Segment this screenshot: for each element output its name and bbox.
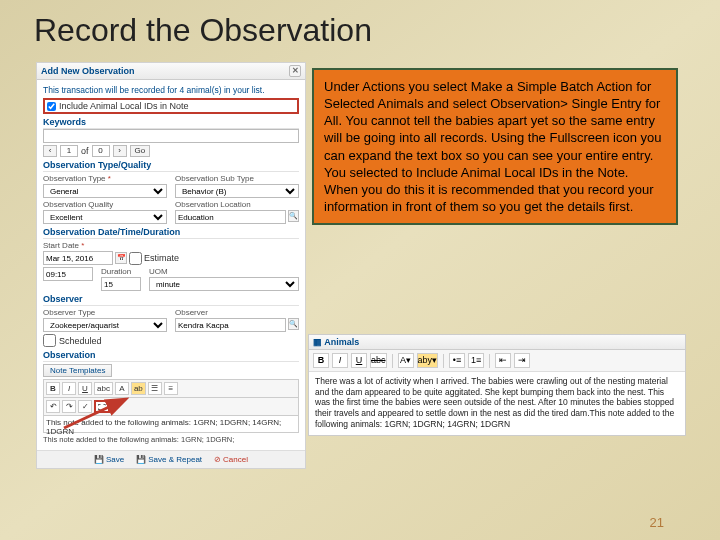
calendar-icon[interactable]: 📅 [115,252,127,264]
pager-next-icon[interactable]: › [113,145,127,157]
italic-icon[interactable]: I [62,382,76,395]
fullscreen-editor-text[interactable]: There was a lot of activity when I arriv… [309,372,685,435]
page-number: 21 [650,515,664,530]
disk-icon: 💾 [94,455,104,464]
highlight-icon[interactable]: aby▾ [417,353,439,368]
search-icon[interactable]: 🔍 [288,318,299,330]
spellcheck-icon[interactable]: ✓ [78,400,92,413]
rte-toolbar: B I U abc A ab ☰ ≡ [43,379,299,397]
observation-quality-select[interactable]: Excellent [43,210,167,224]
fullscreen-editor-header: ▦ Animals [309,335,685,350]
observation-type-select[interactable]: General [43,184,167,198]
start-date-input[interactable] [43,251,113,265]
fullscreen-icon[interactable]: ⛶ [94,400,110,413]
font-color-icon[interactable]: A [115,382,129,395]
include-local-ids-row[interactable]: Include Animal Local IDs in Note [43,98,299,114]
numbered-list-icon[interactable]: ≡ [164,382,178,395]
panel-action-bar: 💾Save 💾Save & Repeat ⊘Cancel [37,450,305,468]
add-observation-panel: Add New Observation ✕ This transaction w… [36,62,306,469]
cancel-button[interactable]: ⊘Cancel [210,453,252,466]
observation-type-label: Observation Type * [43,174,167,183]
close-icon[interactable]: ✕ [289,65,301,77]
bold-icon[interactable]: B [313,353,329,368]
panel-title: Add New Observation [41,66,135,76]
strike-icon[interactable]: abc [94,382,113,395]
pager-prev-icon[interactable]: ‹ [43,145,57,157]
pager-go-button[interactable]: Go [130,145,151,157]
uom-label: UOM [149,267,299,276]
observer-heading: Observer [43,294,299,306]
start-date-label: Start Date * [43,241,299,250]
observer-input[interactable] [175,318,286,332]
keywords-input[interactable] [43,129,299,143]
include-local-ids-checkbox[interactable] [47,102,56,111]
observation-subtype-label: Observation Sub Type [175,174,299,183]
search-icon[interactable]: 🔍 [288,210,299,222]
include-local-ids-label: Include Animal Local IDs in Note [59,101,189,111]
cancel-icon: ⊘ [214,455,221,464]
scheduled-checkbox[interactable] [43,334,56,347]
start-time-input[interactable] [43,267,93,281]
pager-current: 1 [60,145,78,157]
redo-icon[interactable]: ↷ [62,400,76,413]
disk-icon: 💾 [136,455,146,464]
observer-type-select[interactable]: Zookeeper/aquarist [43,318,167,332]
list-icon[interactable]: ☰ [148,382,162,395]
outdent-icon[interactable]: ⇤ [495,353,511,368]
observation-subtype-select[interactable]: Behavior (B) [175,184,299,198]
observation-location-input[interactable] [175,210,286,224]
uom-select[interactable]: minute [149,277,299,291]
observer-type-label: Observer Type [43,308,167,317]
fullscreen-toolbar: B I U abc A▾ aby▾ •≡ 1≡ ⇤ ⇥ [309,350,685,372]
observation-textarea[interactable]: This note added to the following animals… [43,415,299,433]
highlight-icon[interactable]: ab [131,382,146,395]
estimate-checkbox[interactable] [129,252,142,265]
observation-heading: Observation [43,350,299,362]
type-quality-heading: Observation Type/Quality [43,160,299,172]
estimate-label: Estimate [144,253,179,263]
scheduled-label: Scheduled [59,336,102,346]
list-number-icon[interactable]: 1≡ [468,353,484,368]
keywords-heading: Keywords [43,117,299,129]
rte-footnote: This note added to the following animals… [43,435,299,444]
underline-icon[interactable]: U [78,382,92,395]
observer-label: Observer [175,308,299,317]
italic-icon[interactable]: I [332,353,348,368]
instruction-callout: Under Actions you select Make a Simple B… [312,68,678,225]
datetime-heading: Observation Date/Time/Duration [43,227,299,239]
transaction-info: This transaction will be recorded for 4 … [43,83,299,97]
font-color-icon[interactable]: A▾ [398,353,414,368]
pager-total: 0 [92,145,110,157]
note-templates-button[interactable]: Note Templates [43,364,112,377]
grid-icon: ▦ [313,337,322,347]
observation-quality-label: Observation Quality [43,200,167,209]
bold-icon[interactable]: B [46,382,60,395]
fullscreen-editor-panel: ▦ Animals B I U abc A▾ aby▾ •≡ 1≡ ⇤ ⇥ Th… [308,334,686,436]
list-bullet-icon[interactable]: •≡ [449,353,465,368]
indent-icon[interactable]: ⇥ [514,353,530,368]
save-repeat-button[interactable]: 💾Save & Repeat [132,453,206,466]
underline-icon[interactable]: U [351,353,367,368]
pager-of: of [81,146,89,156]
observation-location-label: Observation Location [175,200,299,209]
duration-input[interactable] [101,277,141,291]
slide-title: Record the Observation [34,12,372,49]
save-button[interactable]: 💾Save [90,453,128,466]
keywords-pager: ‹ 1 of 0 › Go [43,145,299,157]
strike-icon[interactable]: abc [370,353,387,368]
panel-header: Add New Observation ✕ [37,63,305,80]
rte-toolbar-row2: ↶ ↷ ✓ ⛶ [43,397,299,415]
undo-icon[interactable]: ↶ [46,400,60,413]
duration-label: Duration [101,267,141,276]
